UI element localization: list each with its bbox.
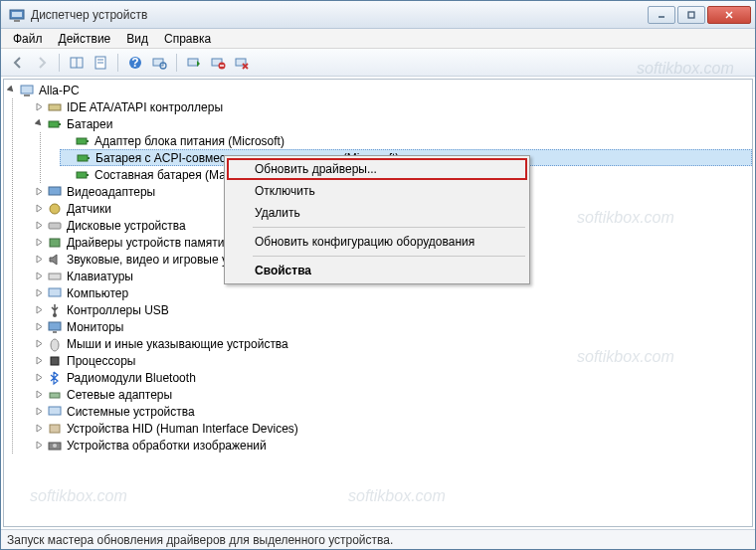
svg-rect-40 xyxy=(53,331,57,333)
update-driver-button[interactable] xyxy=(183,52,205,74)
minimize-button[interactable] xyxy=(648,6,675,24)
nav-forward-button[interactable] xyxy=(31,52,53,74)
svg-rect-14 xyxy=(153,59,163,66)
battery-icon xyxy=(76,150,92,166)
device-tree[interactable]: Alla-PC IDE ATA/ATAPI контроллеры Батаре… xyxy=(3,79,753,527)
expand-icon[interactable] xyxy=(34,271,45,281)
battery-icon xyxy=(47,116,63,132)
expand-icon[interactable] xyxy=(34,220,45,231)
disable-button[interactable] xyxy=(231,52,253,74)
show-hidden-button[interactable] xyxy=(66,52,88,74)
collapse-icon[interactable] xyxy=(34,118,45,129)
tree-category[interactable]: Контроллеры USB xyxy=(32,301,752,318)
svg-point-41 xyxy=(51,339,59,351)
expand-icon[interactable] xyxy=(34,186,45,197)
ctx-delete[interactable]: Удалить xyxy=(227,202,527,224)
expand-icon[interactable] xyxy=(34,101,45,112)
close-button[interactable] xyxy=(707,6,751,24)
ctx-disable[interactable]: Отключить xyxy=(227,180,527,202)
expand-icon[interactable] xyxy=(34,287,45,298)
hid-icon xyxy=(47,421,63,437)
svg-rect-36 xyxy=(49,274,61,279)
nav-back-button[interactable] xyxy=(7,52,29,74)
svg-rect-27 xyxy=(87,140,89,142)
expand-icon[interactable] xyxy=(34,338,45,349)
svg-rect-16 xyxy=(188,59,198,66)
expand-icon[interactable] xyxy=(34,423,45,434)
svg-rect-29 xyxy=(88,157,90,159)
expand-icon[interactable] xyxy=(34,203,45,214)
svg-rect-2 xyxy=(14,20,20,22)
tree-category[interactable]: Мониторы xyxy=(32,318,752,335)
uninstall-button[interactable] xyxy=(207,52,229,74)
collapse-icon[interactable] xyxy=(6,85,17,95)
app-icon xyxy=(9,7,25,23)
svg-rect-1 xyxy=(12,12,22,17)
menu-help[interactable]: Справка xyxy=(156,30,219,48)
tree-category[interactable]: Устройства обработки изображений xyxy=(32,437,752,454)
ctx-scan-hardware[interactable]: Обновить конфигурацию оборудования xyxy=(227,231,527,253)
svg-rect-30 xyxy=(77,172,87,178)
svg-rect-31 xyxy=(87,174,89,176)
computer-icon xyxy=(47,285,63,301)
menu-action[interactable]: Действие xyxy=(51,30,119,48)
expand-icon[interactable] xyxy=(34,355,45,366)
ide-icon xyxy=(47,99,63,115)
tree-category[interactable]: Сетевые адаптеры xyxy=(32,386,752,403)
expand-icon[interactable] xyxy=(34,304,45,315)
tree-device[interactable]: Адаптер блока питания (Microsoft) xyxy=(60,132,752,149)
root-label: Alla-PC xyxy=(39,84,80,97)
tree-category-batteries[interactable]: Батареи xyxy=(32,115,752,132)
tree-category[interactable]: Устройства HID (Human Interface Devices) xyxy=(32,420,752,437)
svg-rect-35 xyxy=(50,239,60,247)
menu-file[interactable]: Файл xyxy=(5,30,51,48)
sensor-icon xyxy=(47,201,63,217)
tree-category[interactable]: Мыши и иные указывающие устройства xyxy=(32,335,752,352)
svg-rect-32 xyxy=(49,187,61,195)
tree-root[interactable]: Alla-PC xyxy=(4,82,752,98)
tree-category[interactable]: Компьютер xyxy=(32,284,752,301)
computer-icon xyxy=(19,83,35,98)
svg-rect-37 xyxy=(49,288,61,296)
usb-icon xyxy=(47,302,63,318)
expand-icon[interactable] xyxy=(34,321,45,332)
expand-icon[interactable] xyxy=(34,237,45,248)
maximize-button[interactable] xyxy=(677,6,705,24)
context-menu: Обновить драйверы... Отключить Удалить О… xyxy=(224,155,530,284)
svg-rect-39 xyxy=(49,322,61,330)
svg-rect-23 xyxy=(49,104,61,110)
svg-rect-45 xyxy=(50,425,60,433)
menu-view[interactable]: Вид xyxy=(118,30,156,48)
svg-rect-43 xyxy=(50,393,60,398)
properties-button[interactable] xyxy=(90,52,111,74)
scan-hardware-button[interactable] xyxy=(148,52,170,74)
expand-icon[interactable] xyxy=(34,406,45,417)
svg-rect-44 xyxy=(49,407,61,415)
svg-rect-24 xyxy=(49,121,59,127)
expand-icon[interactable] xyxy=(34,389,45,400)
ctx-properties[interactable]: Свойства xyxy=(227,260,527,281)
tree-category[interactable]: IDE ATA/ATAPI контроллеры xyxy=(32,98,752,115)
svg-rect-26 xyxy=(77,138,87,144)
svg-rect-28 xyxy=(78,155,88,161)
tree-category[interactable]: Процессоры xyxy=(32,352,752,369)
svg-rect-22 xyxy=(24,94,30,96)
toolbar: ? xyxy=(1,49,755,77)
keyboard-icon xyxy=(47,269,63,284)
help-button[interactable]: ? xyxy=(124,52,146,74)
monitor-icon xyxy=(47,319,63,335)
svg-rect-21 xyxy=(21,86,33,93)
ctx-update-drivers[interactable]: Обновить драйверы... xyxy=(227,158,527,180)
disk-icon xyxy=(47,218,63,234)
expand-icon[interactable] xyxy=(34,254,45,265)
tree-category[interactable]: Радиомодули Bluetooth xyxy=(32,369,752,386)
expand-icon[interactable] xyxy=(34,372,45,383)
expand-icon[interactable] xyxy=(34,440,45,451)
tree-category[interactable]: Системные устройства xyxy=(32,403,752,420)
bluetooth-icon xyxy=(47,370,63,386)
audio-icon xyxy=(47,252,63,268)
svg-rect-42 xyxy=(51,357,59,365)
imaging-icon xyxy=(47,438,63,454)
svg-point-38 xyxy=(53,313,57,317)
ctx-separator xyxy=(253,227,525,228)
